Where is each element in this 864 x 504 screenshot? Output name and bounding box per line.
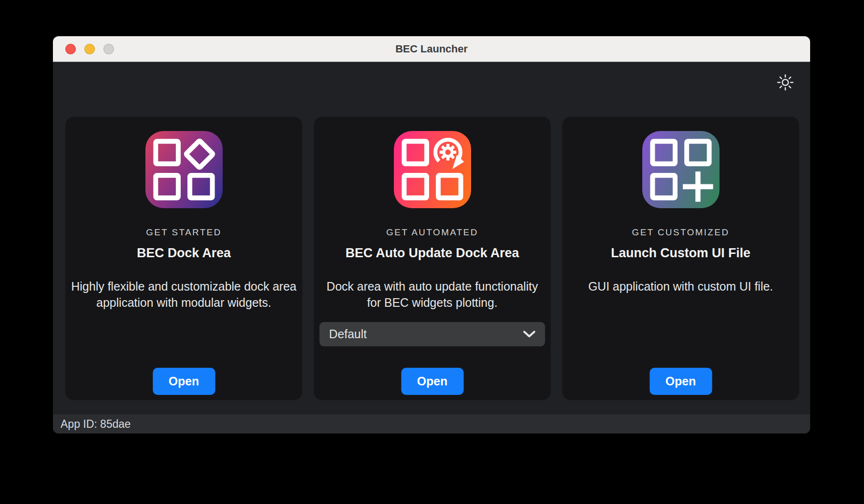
card-description: Highly flexible and customizable dock ar… xyxy=(65,278,302,311)
dropdown-selected-value: Default xyxy=(329,327,367,341)
zoom-button[interactable] xyxy=(103,44,114,54)
card-title: Launch Custom UI File xyxy=(611,246,751,261)
traffic-lights xyxy=(65,36,114,61)
card-description: GUI application with custom UI file. xyxy=(583,278,779,294)
card-get-started: GET STARTED BEC Dock Area Highly flexibl… xyxy=(65,117,302,400)
launcher-content: GET STARTED BEC Dock Area Highly flexibl… xyxy=(53,62,810,414)
card-title: BEC Auto Update Dock Area xyxy=(345,246,519,261)
sun-icon xyxy=(776,73,794,91)
close-button[interactable] xyxy=(65,44,76,54)
dock-area-app-icon xyxy=(145,131,223,208)
app-id-label: App ID: 85dae xyxy=(61,418,131,431)
card-eyebrow: GET STARTED xyxy=(146,227,221,238)
card-description: Dock area with auto update functionality… xyxy=(314,278,551,311)
theme-toggle-button[interactable] xyxy=(776,73,794,91)
chevron-down-icon xyxy=(523,331,535,338)
card-get-automated: GET AUTOMATED BEC Auto Update Dock Area … xyxy=(314,117,551,400)
auto-update-app-icon xyxy=(394,131,471,208)
card-eyebrow: GET AUTOMATED xyxy=(386,227,478,238)
open-custom-ui-button[interactable]: Open xyxy=(649,368,712,395)
window-titlebar[interactable]: BEC Launcher xyxy=(53,36,810,62)
minimize-button[interactable] xyxy=(84,44,95,54)
card-title: BEC Dock Area xyxy=(137,246,231,261)
update-config-dropdown[interactable]: Default xyxy=(319,322,545,346)
card-eyebrow: GET CUSTOMIZED xyxy=(632,227,729,238)
window-title: BEC Launcher xyxy=(395,43,468,55)
open-auto-update-button[interactable]: Open xyxy=(401,368,463,395)
status-bar: App ID: 85dae xyxy=(53,414,810,433)
card-get-customized: GET CUSTOMIZED Launch Custom UI File GUI… xyxy=(562,117,799,400)
launcher-cards: GET STARTED BEC Dock Area Highly flexibl… xyxy=(65,117,799,400)
bec-launcher-window: BEC Launcher xyxy=(53,36,810,433)
custom-ui-app-icon xyxy=(642,131,720,208)
open-dock-area-button[interactable]: Open xyxy=(153,368,215,395)
